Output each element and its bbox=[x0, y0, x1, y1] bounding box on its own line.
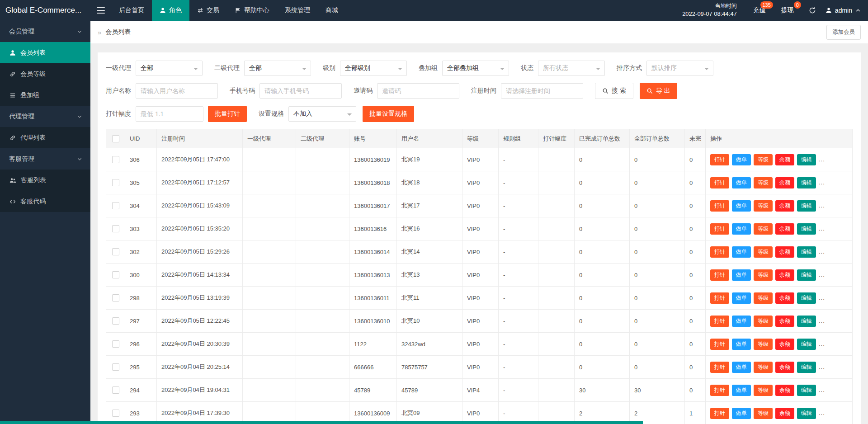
filter-select-sort[interactable]: 默认排序 bbox=[646, 61, 713, 76]
row-action-inject[interactable]: 打针 bbox=[710, 269, 729, 281]
filter-select-status[interactable]: 所有状态 bbox=[538, 61, 605, 76]
refresh-button[interactable] bbox=[804, 0, 821, 21]
row-checkbox[interactable] bbox=[112, 386, 119, 394]
sidebar-item-service-list[interactable]: 客服列表 bbox=[0, 170, 90, 191]
row-more-actions[interactable]: ... bbox=[819, 363, 825, 370]
row-more-actions[interactable]: ... bbox=[819, 340, 825, 347]
sidebar-section-member-management[interactable]: 会员管理 bbox=[0, 21, 90, 42]
row-action-level[interactable]: 等级 bbox=[754, 154, 773, 165]
batch-inject-button[interactable]: 批量打针 bbox=[208, 106, 247, 122]
export-button[interactable]: 导 出 bbox=[640, 83, 677, 99]
row-action-level[interactable]: 等级 bbox=[754, 339, 773, 350]
row-action-make-order[interactable]: 做单 bbox=[732, 292, 751, 304]
row-action-balance[interactable]: 余额 bbox=[775, 316, 794, 327]
row-action-balance[interactable]: 余额 bbox=[775, 339, 794, 350]
row-action-edit[interactable]: 编辑 bbox=[797, 408, 816, 419]
row-action-make-order[interactable]: 做单 bbox=[732, 200, 751, 212]
row-checkbox[interactable] bbox=[112, 363, 119, 371]
sidebar-section-agent-management[interactable]: 代理管理 bbox=[0, 106, 90, 127]
row-action-make-order[interactable]: 做单 bbox=[732, 246, 751, 258]
row-checkbox[interactable] bbox=[112, 271, 119, 278]
nav-item-mall[interactable]: 商城 bbox=[318, 0, 346, 21]
row-more-actions[interactable]: ... bbox=[819, 317, 825, 324]
filter-input-reg-time[interactable] bbox=[501, 83, 583, 99]
row-action-level[interactable]: 等级 bbox=[754, 269, 773, 281]
row-action-inject[interactable]: 打针 bbox=[710, 223, 729, 235]
nav-item-system[interactable]: 系统管理 bbox=[277, 0, 318, 21]
row-action-inject[interactable]: 打针 bbox=[710, 154, 729, 165]
filter-select-level[interactable]: 全部级别 bbox=[340, 61, 407, 76]
filter-select-agent2[interactable]: 全部 bbox=[244, 61, 311, 76]
row-action-inject[interactable]: 打针 bbox=[710, 362, 729, 373]
row-action-make-order[interactable]: 做单 bbox=[732, 362, 751, 373]
row-more-actions[interactable]: ... bbox=[819, 386, 825, 393]
row-action-make-order[interactable]: 做单 bbox=[732, 408, 751, 419]
row-action-inject[interactable]: 打针 bbox=[710, 408, 729, 419]
user-menu[interactable]: admin bbox=[821, 0, 868, 21]
row-action-balance[interactable]: 余额 bbox=[775, 385, 794, 396]
horizontal-scrollbar[interactable] bbox=[0, 421, 643, 424]
row-more-actions[interactable]: ... bbox=[819, 156, 825, 163]
row-action-level[interactable]: 等级 bbox=[754, 385, 773, 396]
row-action-inject[interactable]: 打针 bbox=[710, 246, 729, 258]
row-action-balance[interactable]: 余额 bbox=[775, 223, 794, 235]
row-action-make-order[interactable]: 做单 bbox=[732, 339, 751, 350]
sidebar-item-agent-list[interactable]: 代理列表 bbox=[0, 127, 90, 148]
row-checkbox[interactable] bbox=[112, 340, 119, 348]
row-checkbox[interactable] bbox=[112, 225, 119, 232]
row-more-actions[interactable]: ... bbox=[819, 179, 825, 186]
row-action-inject[interactable]: 打针 bbox=[710, 292, 729, 304]
sidebar-item-overlay-group[interactable]: 叠加组 bbox=[0, 85, 90, 106]
row-action-edit[interactable]: 编辑 bbox=[797, 292, 816, 304]
row-action-edit[interactable]: 编辑 bbox=[797, 339, 816, 350]
sidebar-section-service-management[interactable]: 客服管理 bbox=[0, 148, 90, 170]
row-more-actions[interactable]: ... bbox=[819, 225, 825, 232]
add-member-button[interactable]: 添加会员 bbox=[826, 25, 861, 40]
row-action-edit[interactable]: 编辑 bbox=[797, 154, 816, 165]
row-action-balance[interactable]: 余额 bbox=[775, 292, 794, 304]
row-checkbox[interactable] bbox=[112, 156, 119, 163]
withdraw-button[interactable]: 提现 0 bbox=[776, 0, 799, 21]
select-all-checkbox[interactable] bbox=[112, 135, 119, 142]
row-action-balance[interactable]: 余额 bbox=[775, 200, 794, 212]
row-action-level[interactable]: 等级 bbox=[754, 292, 773, 304]
row-more-actions[interactable]: ... bbox=[819, 294, 825, 301]
row-more-actions[interactable]: ... bbox=[819, 410, 825, 416]
row-checkbox[interactable] bbox=[112, 294, 119, 302]
row-checkbox[interactable] bbox=[112, 179, 119, 186]
sidebar-item-service-code[interactable]: 客服代码 bbox=[0, 191, 90, 212]
batch-spec-button[interactable]: 批量设置规格 bbox=[363, 106, 414, 122]
row-more-actions[interactable]: ... bbox=[819, 271, 825, 278]
row-action-edit[interactable]: 编辑 bbox=[797, 246, 816, 258]
sidebar-item-member-level[interactable]: 会员等级 bbox=[0, 63, 90, 85]
row-action-make-order[interactable]: 做单 bbox=[732, 154, 751, 165]
row-more-actions[interactable]: ... bbox=[819, 248, 825, 255]
row-action-level[interactable]: 等级 bbox=[754, 408, 773, 419]
row-action-level[interactable]: 等级 bbox=[754, 223, 773, 235]
row-action-level[interactable]: 等级 bbox=[754, 362, 773, 373]
row-action-level[interactable]: 等级 bbox=[754, 177, 773, 188]
search-button[interactable]: 搜 索 bbox=[595, 83, 633, 99]
recharge-button[interactable]: 充值 135 bbox=[748, 0, 771, 21]
row-action-level[interactable]: 等级 bbox=[754, 200, 773, 212]
row-action-balance[interactable]: 余额 bbox=[775, 177, 794, 188]
nav-item-home[interactable]: 后台首页 bbox=[111, 0, 152, 21]
row-action-make-order[interactable]: 做单 bbox=[732, 223, 751, 235]
nav-item-help-center[interactable]: 帮助中心 bbox=[227, 0, 277, 21]
row-action-inject[interactable]: 打针 bbox=[710, 385, 729, 396]
row-action-inject[interactable]: 打针 bbox=[710, 200, 729, 212]
row-action-level[interactable]: 等级 bbox=[754, 246, 773, 258]
row-checkbox[interactable] bbox=[112, 202, 119, 209]
collapse-sidebar-button[interactable] bbox=[90, 0, 111, 21]
filter-input-phone[interactable] bbox=[259, 83, 342, 99]
row-action-make-order[interactable]: 做单 bbox=[732, 385, 751, 396]
row-action-inject[interactable]: 打针 bbox=[710, 316, 729, 327]
row-action-balance[interactable]: 余额 bbox=[775, 154, 794, 165]
row-more-actions[interactable]: ... bbox=[819, 202, 825, 209]
inject-range-input[interactable] bbox=[136, 106, 203, 122]
row-action-make-order[interactable]: 做单 bbox=[732, 177, 751, 188]
filter-input-invite-code[interactable] bbox=[377, 83, 459, 99]
row-action-make-order[interactable]: 做单 bbox=[732, 316, 751, 327]
row-action-balance[interactable]: 余额 bbox=[775, 408, 794, 419]
row-checkbox[interactable] bbox=[112, 317, 119, 325]
